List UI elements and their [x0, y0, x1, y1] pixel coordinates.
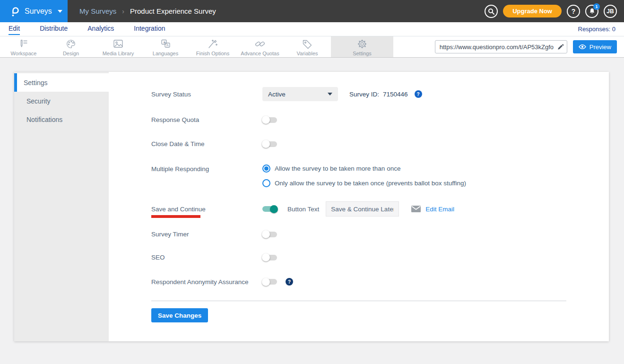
sidebar-item-settings[interactable]: Settings: [14, 73, 109, 92]
survey-id-help-icon[interactable]: ?: [415, 90, 422, 98]
radio-only-once[interactable]: Only allow the survey to be taken once (…: [262, 179, 466, 187]
settings-card: Settings Security Notifications Survey S…: [14, 72, 609, 341]
anonymity-help-icon[interactable]: ?: [286, 278, 293, 286]
chevron-down-icon: [58, 10, 62, 13]
toolbar-item-design[interactable]: Design: [47, 36, 95, 57]
survey-status-value: Active: [268, 91, 328, 98]
avatar-initials: JB: [607, 8, 614, 15]
gear-icon: [357, 39, 367, 49]
languages-icon: ★ A: [160, 39, 171, 49]
edit-toolbar: Workspace Design Media Library ★ A: [0, 36, 624, 58]
row-seo: SEO: [151, 254, 609, 261]
settings-sidebar: Settings Security Notifications: [14, 72, 109, 341]
tab-integration[interactable]: Integration: [134, 23, 165, 35]
breadcrumb: My Surveys › Product Experience Survey: [79, 0, 216, 22]
question-mark-icon: ?: [572, 8, 576, 15]
media-image-icon: [113, 39, 124, 49]
button-text-input[interactable]: [326, 201, 399, 217]
magic-wand-icon: [207, 39, 218, 49]
upgrade-now-button[interactable]: Upgrade Now: [503, 5, 562, 17]
red-annotation-underline: [151, 215, 200, 218]
form-divider: [151, 301, 566, 301]
button-text-label: Button Text: [287, 206, 319, 213]
seo-label: SEO: [151, 254, 262, 261]
settings-form: Survey Status Active Survey ID: 7150446 …: [109, 72, 609, 341]
survey-url-input[interactable]: [440, 43, 557, 51]
tag-icon: [302, 39, 313, 49]
breadcrumb-separator: ›: [122, 8, 124, 15]
respondent-anonymity-toggle[interactable]: [262, 279, 277, 285]
search-icon: [488, 8, 494, 15]
main-area: Settings Security Notifications Survey S…: [0, 58, 624, 341]
sidebar-item-security[interactable]: Security: [14, 92, 109, 110]
row-close-date-time: Close Date & Time: [151, 140, 609, 147]
survey-id-label: Survey ID:: [349, 91, 379, 98]
save-changes-button[interactable]: Save Changes: [151, 308, 208, 322]
questionpro-logo-icon: [9, 6, 21, 17]
toolbar-right-actions: Preview: [435, 36, 624, 57]
survey-timer-label: Survey Timer: [151, 231, 262, 238]
row-survey-timer: Survey Timer: [151, 231, 609, 238]
breadcrumb-current-survey: Product Experience Survey: [130, 7, 216, 15]
row-respondent-anonymity: Respondent Anonymity Assurance ?: [151, 278, 609, 286]
row-survey-status: Survey Status Active Survey ID: 7150446 …: [151, 87, 609, 101]
preview-button[interactable]: Preview: [573, 40, 617, 53]
svg-text:A: A: [166, 43, 169, 47]
respondent-anonymity-label: Respondent Anonymity Assurance: [151, 278, 262, 286]
radio-selected-icon: [262, 165, 270, 173]
survey-id-group: Survey ID: 7150446 ?: [349, 90, 422, 98]
toolbar-item-advance-quotas[interactable]: Advance Quotas: [236, 36, 284, 57]
survey-url-field: [435, 40, 567, 53]
response-quota-toggle[interactable]: [262, 117, 277, 123]
close-date-time-label: Close Date & Time: [151, 140, 262, 147]
search-button[interactable]: [485, 5, 498, 18]
breadcrumb-my-surveys[interactable]: My Surveys: [79, 7, 116, 15]
save-and-continue-label: Save and Continue: [151, 206, 262, 213]
toolbar-item-languages[interactable]: ★ A Languages: [142, 36, 189, 57]
email-icon: [411, 206, 421, 212]
survey-nav-tabs: Edit Distribute Analytics Integration Re…: [0, 22, 624, 36]
header-actions: Upgrade Now ? 1 JB: [485, 0, 624, 22]
survey-status-select[interactable]: Active: [262, 87, 338, 101]
eye-icon: [579, 44, 586, 50]
row-save-and-continue: Save and Continue Button Text Edit Email: [151, 201, 609, 217]
save-and-continue-toggle[interactable]: [262, 206, 277, 212]
top-header: Surveys My Surveys › Product Experience …: [0, 0, 624, 22]
multiple-responding-options: Allow the survey to be taken more than o…: [262, 165, 466, 187]
notification-count-badge: 1: [593, 3, 600, 10]
notifications-button[interactable]: 1: [585, 5, 598, 18]
svg-text:★: ★: [163, 40, 166, 44]
row-response-quota: Response Quota: [151, 116, 609, 123]
product-switcher[interactable]: Surveys: [0, 0, 68, 22]
radio-unselected-icon: [262, 179, 270, 187]
edit-email-link[interactable]: Edit Email: [425, 206, 454, 213]
toolbar-item-settings[interactable]: Settings: [331, 36, 393, 57]
chevron-down-icon: [328, 93, 332, 95]
tab-edit[interactable]: Edit: [9, 23, 20, 35]
chain-link-icon: [254, 39, 266, 49]
help-button[interactable]: ?: [567, 5, 580, 18]
multiple-responding-label: Multiple Responding: [151, 165, 262, 173]
design-palette-icon: [66, 39, 76, 49]
sidebar-item-notifications[interactable]: Notifications: [14, 110, 109, 129]
row-multiple-responding: Multiple Responding Allow the survey to …: [151, 165, 609, 187]
close-date-time-toggle[interactable]: [262, 141, 277, 147]
user-avatar[interactable]: JB: [604, 5, 617, 18]
edit-url-pencil-icon[interactable]: [557, 43, 564, 51]
toolbar-item-finish-options[interactable]: Finish Options: [189, 36, 236, 57]
tab-analytics[interactable]: Analytics: [87, 23, 114, 35]
toolbar-item-workspace[interactable]: Workspace: [0, 36, 47, 57]
survey-status-label: Survey Status: [151, 91, 262, 98]
toolbar-item-media-library[interactable]: Media Library: [95, 36, 142, 57]
product-name: Surveys: [25, 7, 52, 16]
seo-toggle[interactable]: [262, 255, 277, 260]
workspace-icon: [18, 39, 29, 49]
response-quota-label: Response Quota: [151, 116, 262, 123]
responses-count: Responses: 0: [578, 26, 616, 33]
survey-id-value: 7150446: [383, 91, 408, 98]
tab-distribute[interactable]: Distribute: [40, 23, 68, 35]
survey-timer-toggle[interactable]: [262, 232, 277, 237]
radio-allow-multiple[interactable]: Allow the survey to be taken more than o…: [262, 165, 466, 173]
toolbar-item-variables[interactable]: Variables: [284, 36, 331, 57]
